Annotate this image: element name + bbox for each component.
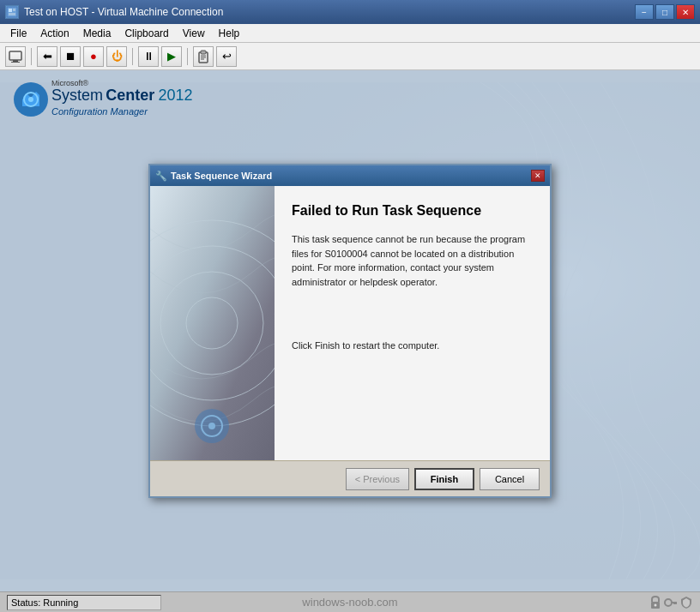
toolbar: ⬅ ⏹ ● ⏻ ⏸ ▶ ↩ <box>0 43 700 70</box>
finish-button[interactable]: Finish <box>414 468 474 490</box>
title-icon <box>5 5 19 19</box>
tb-sep-1 <box>31 48 32 65</box>
dialog: 🔧 Task Sequence Wizard ✕ <box>148 164 552 498</box>
dialog-title-text: Task Sequence Wizard <box>171 171 272 181</box>
menu-bar: File Action Media Clipboard View Help <box>0 24 700 43</box>
main-area: Microsoft® System Center 2012 Configurat… <box>0 70 700 591</box>
sc-logo-brand: Microsoft® System Center 2012 Configurat… <box>12 79 184 117</box>
svg-point-26 <box>665 599 672 606</box>
sc-center-text: Center <box>106 87 154 105</box>
dialog-title-bar: 🔧 Task Sequence Wizard ✕ <box>150 165 550 186</box>
sc-logo: Microsoft® System Center 2012 Configurat… <box>12 79 184 117</box>
close-button[interactable]: ✕ <box>676 4 695 20</box>
tb-clipboard-btn[interactable] <box>193 46 214 67</box>
menu-action[interactable]: Action <box>33 26 75 41</box>
sc-product: Configuration Manager <box>51 106 192 117</box>
sc-year-text: 2012 <box>158 87 192 105</box>
tb-undo-btn[interactable]: ↩ <box>216 46 237 67</box>
tb-back-btn[interactable]: ⬅ <box>37 46 57 67</box>
status-text-area: Status: Running <box>7 595 161 610</box>
menu-view[interactable]: View <box>176 26 212 41</box>
dialog-heading: Failed to Run Task Sequence <box>292 203 533 219</box>
tb-play-btn[interactable]: ▶ <box>161 46 182 67</box>
status-icons <box>649 596 693 609</box>
dialog-close-button[interactable]: ✕ <box>531 170 545 182</box>
menu-clipboard[interactable]: Clipboard <box>118 26 175 41</box>
dialog-body: Failed to Run Task Sequence This task se… <box>150 186 550 460</box>
svg-rect-3 <box>9 13 15 15</box>
title-controls: − □ ✕ <box>635 4 695 20</box>
status-text: Status: Running <box>11 597 78 608</box>
tb-stop-btn[interactable]: ⏹ <box>60 46 81 67</box>
status-bar: Status: Running windows-noob.com <box>0 591 700 612</box>
svg-point-15 <box>28 97 33 102</box>
status-watermark: windows-noob.com <box>302 596 397 609</box>
svg-point-25 <box>655 603 657 606</box>
svg-rect-1 <box>9 9 12 12</box>
status-right <box>649 596 693 609</box>
svg-rect-5 <box>13 60 18 62</box>
tb-power-btn[interactable]: ⏻ <box>106 46 127 67</box>
tb-sep-3 <box>187 48 188 65</box>
tb-sep-2 <box>132 48 133 65</box>
svg-rect-6 <box>11 62 20 63</box>
maximize-button[interactable]: □ <box>655 4 674 20</box>
dialog-title-left: 🔧 Task Sequence Wizard <box>155 171 272 182</box>
svg-rect-4 <box>9 51 21 60</box>
tb-red-btn[interactable]: ● <box>83 46 104 67</box>
tb-pause-btn[interactable]: ⏸ <box>138 46 159 67</box>
menu-media[interactable]: Media <box>76 26 118 41</box>
tb-monitor-btn[interactable] <box>5 46 26 67</box>
previous-button[interactable]: < Previous <box>346 468 409 490</box>
status-key-icon <box>664 596 678 609</box>
sc-logo-text: Microsoft® System Center 2012 Configurat… <box>51 79 192 117</box>
title-text: Test on HOST - Virtual Machine Connectio… <box>24 6 223 18</box>
sc-system-text: System <box>51 87 103 105</box>
menu-help[interactable]: Help <box>212 26 247 41</box>
svg-rect-2 <box>13 9 15 11</box>
minimize-button[interactable]: − <box>635 4 654 20</box>
dialog-title-icon: 🔧 <box>155 171 167 182</box>
title-bar: Test on HOST - Virtual Machine Connectio… <box>0 0 700 24</box>
status-lock-icon <box>649 596 662 609</box>
dialog-content: Failed to Run Task Sequence This task se… <box>275 186 550 460</box>
sc-logo-icon <box>12 81 46 115</box>
menu-file[interactable]: File <box>3 26 33 41</box>
status-left: Status: Running <box>7 595 161 610</box>
svg-rect-8 <box>201 51 206 54</box>
dialog-sidebar <box>150 186 275 460</box>
dialog-footer: < Previous Finish Cancel <box>150 460 550 496</box>
dialog-message: This task sequence cannot be run because… <box>292 232 533 289</box>
cancel-button[interactable]: Cancel <box>480 468 540 490</box>
title-bar-left: Test on HOST - Virtual Machine Connectio… <box>5 5 223 19</box>
dialog-instruction: Click Finish to restart the computer. <box>292 340 533 351</box>
svg-point-23 <box>208 423 215 429</box>
status-shield-icon <box>679 596 693 609</box>
